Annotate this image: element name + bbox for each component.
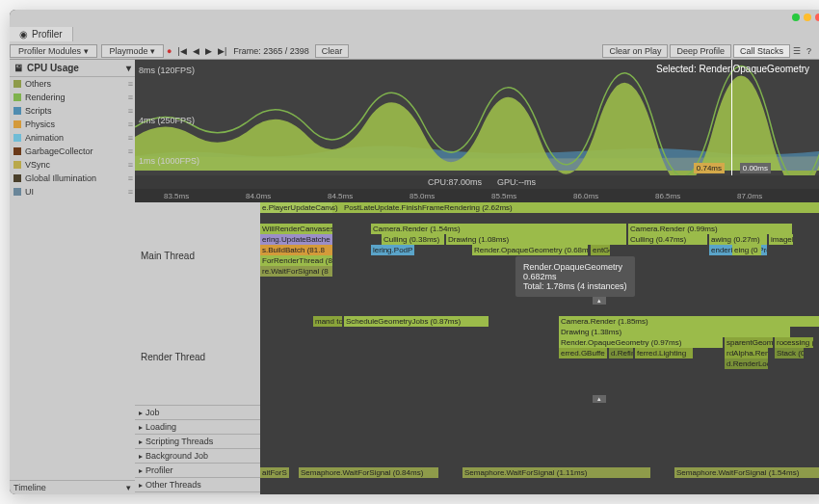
- clear-button[interactable]: Clear: [315, 44, 350, 58]
- track-profiler[interactable]: ▸Profiler: [135, 463, 260, 477]
- track-loading[interactable]: ▸Loading: [135, 419, 260, 434]
- category-garbagecollector[interactable]: GarbageCollector≡: [10, 145, 135, 158]
- track-audio[interactable]: ▸Audio: [135, 491, 260, 494]
- bar-sem1[interactable]: Semaphore.WaitForSignal (0.84ms): [299, 467, 438, 478]
- close-dot[interactable]: [815, 13, 819, 21]
- bar-schedule[interactable]: ScheduleGeometryJobs (0.87ms): [344, 316, 489, 327]
- call-stacks-button[interactable]: Call Stacks: [733, 44, 790, 58]
- bar-sem3[interactable]: Semaphore.WaitForSignal (1.54ms): [674, 467, 819, 478]
- cpu-chart[interactable]: Selected: Render.OpaqueGeometry 8ms (120…: [135, 60, 819, 175]
- more-icon[interactable]: ⋮: [814, 46, 819, 56]
- bar-opaque[interactable]: Render.OpaqueGeometry (0.68ms): [472, 245, 588, 255]
- track-job[interactable]: ▸Job: [135, 405, 260, 419]
- bar-willrender[interactable]: WillRenderCanvases: [260, 224, 332, 234]
- frame-playhead[interactable]: [731, 60, 732, 175]
- bar-renderloop[interactable]: d.RenderLoo: [725, 358, 768, 369]
- collapse-icon[interactable]: ▴: [593, 395, 606, 403]
- deep-profile-button[interactable]: Deep Profile: [670, 44, 731, 58]
- category-vsync[interactable]: VSync≡: [10, 158, 135, 172]
- bar-transparent[interactable]: sparentGeome: [725, 337, 773, 348]
- expand-icon: ▸: [139, 452, 143, 461]
- bar-drawing1[interactable]: Drawing (1.08ms): [446, 234, 626, 245]
- bar-opaque-r[interactable]: Render.OpaqueGeometry (0.97ms): [559, 337, 723, 348]
- tooltip: Render.OpaqueGeometry 0.682ms Total: 1.7…: [515, 256, 635, 297]
- tab-profiler[interactable]: ◉ Profiler: [10, 27, 73, 41]
- bar-drawing-r[interactable]: Drawing (1.38ms): [559, 327, 790, 337]
- timeline-canvas[interactable]: PlayerLoop (87.00ms) PostLateUpdate.Fini…: [260, 202, 819, 494]
- time-badge-left: 0.74ms: [694, 163, 725, 173]
- bar-eing[interactable]: eing (0: [732, 245, 761, 255]
- bar-refine[interactable]: d.Refine: [609, 348, 633, 358]
- track-main-thread[interactable]: Main Thread: [135, 202, 260, 308]
- playmode-dropdown[interactable]: Playmode ▾: [101, 44, 165, 58]
- drag-icon: ≡: [128, 173, 131, 183]
- context-menu-icon[interactable]: ☰: [790, 46, 804, 56]
- bar-culling1[interactable]: Culling (0.38ms): [382, 234, 444, 245]
- bar-lighting[interactable]: ferred.Lighting: [635, 348, 693, 358]
- clear-on-play-button[interactable]: Clear on Play: [602, 44, 668, 58]
- swatch-icon: [13, 147, 21, 155]
- expand-icon: ▸: [139, 438, 143, 446]
- track-background[interactable]: ▸Background Job: [135, 448, 260, 463]
- bar-gbuffer[interactable]: erred.GBuffe: [559, 348, 607, 358]
- first-frame-icon[interactable]: |◀: [175, 46, 190, 56]
- category-rendering[interactable]: Rendering≡: [10, 91, 135, 104]
- bar-awing[interactable]: awing (0.27m): [709, 234, 767, 245]
- frame-counter: Frame: 2365 / 2398: [229, 46, 313, 56]
- category-animation[interactable]: Animation≡: [10, 131, 135, 145]
- drag-icon: ≡: [128, 106, 131, 116]
- bar-waitsignal[interactable]: re.WaitForSignal (8: [260, 266, 332, 277]
- bar-forrender[interactable]: ForRenderThread (8: [260, 255, 332, 266]
- tab-label: Profiler: [32, 29, 63, 40]
- bar-waitfors[interactable]: aitForS: [260, 467, 289, 478]
- bar-camera1[interactable]: Camera.Render (1.54ms): [371, 224, 626, 234]
- collapse-icon[interactable]: ▴: [593, 297, 606, 305]
- selected-label: Selected: Render.OpaqueGeometry: [656, 64, 809, 74]
- category-scripts[interactable]: Scripts≡: [10, 104, 135, 118]
- drag-icon: ≡: [128, 133, 131, 143]
- bar-camera-r[interactable]: Camera.Render (1.85ms): [559, 316, 819, 327]
- minimize-dot[interactable]: [792, 13, 800, 21]
- gpu-stat: GPU:--ms: [497, 177, 536, 187]
- expand-icon: ▸: [139, 481, 143, 490]
- bullseye-icon: ◉: [19, 29, 28, 40]
- category-others[interactable]: Others≡: [10, 77, 135, 91]
- help-icon[interactable]: ?: [804, 46, 814, 56]
- expand-icon: ▸: [139, 409, 143, 417]
- bar-podp[interactable]: lering.PodP: [371, 245, 414, 255]
- bar-camera2[interactable]: Camera.Render (0.99ms): [628, 224, 792, 234]
- bar-mand[interactable]: mand to: [313, 316, 342, 327]
- record-icon[interactable]: ●: [164, 46, 174, 56]
- prev-frame-icon[interactable]: ◀: [190, 46, 202, 56]
- category-global-illumination[interactable]: Global Illumination≡: [10, 172, 135, 185]
- drag-icon: ≡: [128, 146, 131, 156]
- next-frame-icon[interactable]: ▶: [202, 46, 215, 56]
- bar-alpha[interactable]: rdAlpha.Ren: [725, 348, 768, 358]
- profiler-modules-dropdown[interactable]: Profiler Modules ▾: [10, 44, 97, 58]
- cpu-usage-header[interactable]: 🖥 CPU Usage ▾: [10, 60, 135, 77]
- expand-icon: ▸: [139, 423, 143, 432]
- bar-processing[interactable]: rocessing (1: [775, 337, 813, 348]
- bar-stack[interactable]: Stack (0: [775, 348, 804, 358]
- last-frame-icon[interactable]: ▶|: [215, 46, 229, 56]
- bar-canv[interactable]: e.PlayerUpdateCanv: [260, 202, 332, 213]
- swatch-icon: [13, 161, 21, 169]
- swatch-icon: [13, 93, 21, 101]
- bar-imagee[interactable]: imageE: [769, 234, 793, 245]
- track-other[interactable]: ▸Other Threads: [135, 477, 260, 491]
- bar-culling2[interactable]: Culling (0.47ms): [628, 234, 707, 245]
- chevron-down-icon: ▾: [126, 63, 131, 73]
- time-ruler[interactable]: 83.5ms 84.0ms 84.5ms 85.0ms 85.5ms 86.0m…: [135, 189, 819, 202]
- cpu-stat: CPU:87.00ms: [428, 177, 482, 187]
- maximize-dot[interactable]: [804, 13, 811, 21]
- timeline-dropdown[interactable]: Timeline: [13, 483, 46, 492]
- bar-postlate[interactable]: PostLateUpdate.FinishFrameRendering (2.6…: [342, 202, 795, 213]
- bar-sem2[interactable]: Semaphore.WaitForSignal (1.11ms): [462, 467, 650, 478]
- track-render-thread[interactable]: Render Thread: [135, 308, 260, 405]
- category-physics[interactable]: Physics≡: [10, 118, 135, 131]
- bar-updatebatch[interactable]: ering.UpdateBatche: [260, 234, 332, 245]
- category-ui[interactable]: UI≡: [10, 185, 135, 199]
- track-scripting[interactable]: ▸Scripting Threads: [135, 434, 260, 448]
- bar-buildbatch[interactable]: s.BuildBatch (81.8: [260, 245, 332, 255]
- drag-icon: ≡: [128, 187, 131, 197]
